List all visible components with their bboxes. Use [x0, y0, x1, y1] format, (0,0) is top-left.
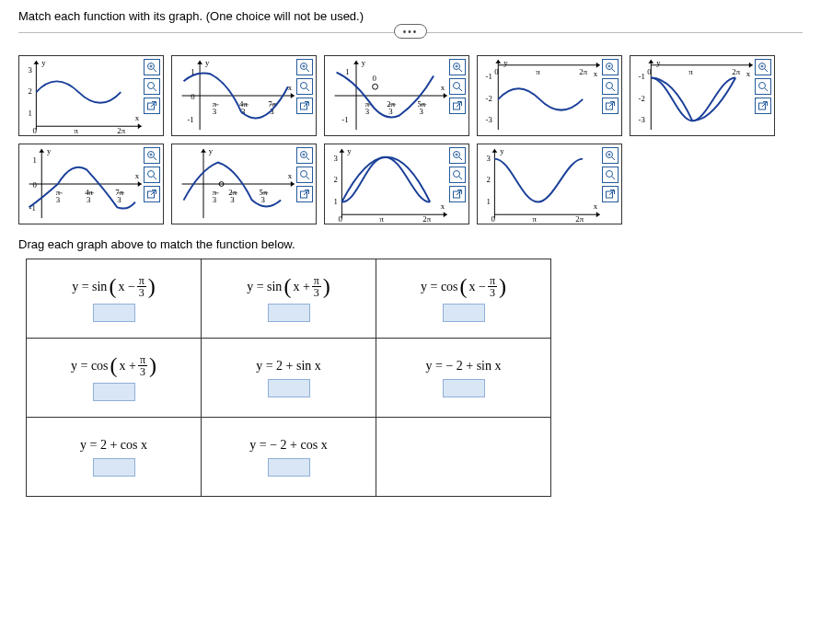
dropzone[interactable] — [93, 458, 135, 477]
svg-text:x: x — [746, 69, 751, 78]
zoom-reset-icon[interactable] — [296, 78, 313, 95]
svg-text:y: y — [362, 58, 366, 67]
svg-marker-154 — [339, 149, 344, 153]
svg-line-144 — [306, 157, 310, 161]
svg-text:1: 1 — [334, 197, 338, 206]
svg-text:1: 1 — [29, 109, 32, 118]
open-external-icon[interactable] — [602, 98, 619, 114]
zoom-reset-icon[interactable] — [755, 78, 771, 95]
svg-text:0: 0 — [32, 126, 37, 135]
open-external-icon[interactable] — [296, 186, 313, 202]
svg-text:2π: 2π — [117, 126, 125, 135]
open-external-icon[interactable] — [449, 186, 466, 202]
svg-marker-133 — [201, 149, 206, 153]
zoom-in-icon[interactable] — [296, 59, 313, 75]
open-external-icon[interactable] — [296, 98, 313, 114]
open-external-icon[interactable] — [144, 186, 160, 202]
graph-tile-3[interactable]: 1-1 π3 2π3 5π3 xy 0 — [324, 55, 469, 136]
zoom-reset-icon[interactable] — [144, 167, 160, 183]
collapse-pill[interactable]: ••• — [394, 24, 427, 39]
svg-text:y: y — [41, 58, 46, 67]
svg-text:x: x — [135, 113, 140, 122]
graph-tile-9[interactable]: 321 0π2π xy — [477, 144, 622, 224]
graph-tile-1[interactable]: 321 0π2π xy — [18, 55, 164, 136]
svg-text:x: x — [594, 201, 598, 211]
graph-row-2: 10-1 π3 4π3 7π3 xy π3 2π3 5π3 xy — [18, 144, 803, 224]
svg-text:-1: -1 — [187, 115, 193, 124]
svg-marker-90 — [648, 60, 653, 63]
open-external-icon[interactable] — [144, 98, 160, 114]
zoom-in-icon[interactable] — [449, 147, 466, 164]
dropzone[interactable] — [93, 304, 135, 322]
zoom-reset-icon[interactable] — [602, 78, 619, 95]
dropzone[interactable] — [268, 304, 310, 322]
svg-text:2π3: 2π3 — [228, 188, 237, 204]
graph-tile-8[interactable]: 321 0π2π xy — [324, 144, 469, 224]
svg-point-147 — [301, 171, 307, 178]
equation-label: y = − 2 + cos x — [249, 438, 327, 453]
graph-tile-6[interactable]: 10-1 π3 4π3 7π3 xy — [18, 144, 164, 224]
zoom-in-icon[interactable] — [144, 147, 160, 164]
zoom-reset-icon[interactable] — [449, 167, 466, 183]
zoom-in-icon[interactable] — [755, 59, 771, 75]
svg-text:-3: -3 — [639, 115, 646, 124]
svg-point-57 — [373, 84, 378, 89]
graph-tile-7[interactable]: π3 2π3 5π3 xy — [171, 144, 317, 224]
graph-tile-4[interactable]: -1-2-3 0π2π xy — [477, 55, 622, 136]
target-cell: y = 2 + cos x — [27, 418, 202, 497]
svg-text:x: x — [594, 69, 598, 78]
open-external-icon[interactable] — [602, 186, 619, 202]
svg-text:2: 2 — [487, 175, 491, 184]
target-cell: y = − 2 + cos x — [202, 418, 376, 497]
svg-line-100 — [765, 69, 769, 73]
svg-line-188 — [612, 177, 616, 180]
question-prompt: Match each function with its graph. (One… — [18, 9, 803, 23]
svg-text:x: x — [288, 171, 293, 180]
svg-text:π: π — [536, 67, 540, 76]
svg-text:π3: π3 — [56, 188, 61, 204]
svg-text:0: 0 — [647, 67, 652, 76]
svg-text:y: y — [656, 58, 661, 67]
target-cell: y = sin (x − π3) — [27, 259, 202, 339]
svg-marker-110 — [39, 149, 44, 153]
dropzone[interactable] — [443, 304, 485, 322]
svg-text:0: 0 — [338, 214, 342, 224]
svg-line-164 — [459, 157, 463, 161]
svg-text:0: 0 — [191, 92, 195, 101]
equation-label: y = sin (x − π3) — [72, 275, 156, 298]
svg-text:0: 0 — [32, 180, 37, 190]
svg-point-83 — [607, 83, 613, 89]
svg-text:x: x — [441, 201, 445, 211]
dropzone[interactable] — [93, 383, 135, 401]
dropzone[interactable] — [268, 458, 310, 477]
zoom-in-icon[interactable] — [296, 147, 313, 164]
svg-line-60 — [459, 69, 463, 73]
svg-text:x: x — [288, 83, 293, 92]
dropzone[interactable] — [443, 379, 485, 397]
graph-tile-5[interactable]: -1-2-3 0π2π xy — [630, 55, 775, 136]
zoom-in-icon[interactable] — [144, 59, 160, 75]
equation-label: y = cos (x − π3) — [421, 275, 506, 298]
svg-text:-2: -2 — [486, 94, 492, 103]
target-cell: y = cos (x + π3) — [27, 339, 202, 418]
svg-text:0: 0 — [494, 67, 499, 76]
svg-line-84 — [612, 88, 616, 92]
svg-text:1: 1 — [487, 197, 491, 206]
zoom-in-icon[interactable] — [602, 59, 619, 75]
svg-point-187 — [607, 171, 613, 178]
zoom-in-icon[interactable] — [602, 147, 619, 164]
graph-tile-2[interactable]: 10-1 π3 4π3 7π3 xy — [171, 55, 317, 136]
svg-text:3: 3 — [334, 154, 339, 163]
open-external-icon[interactable] — [449, 98, 466, 114]
svg-line-184 — [612, 157, 616, 161]
zoom-in-icon[interactable] — [449, 59, 466, 75]
svg-text:π: π — [532, 214, 537, 224]
svg-text:y: y — [347, 146, 352, 155]
svg-text:5π3: 5π3 — [417, 99, 425, 116]
dropzone[interactable] — [268, 379, 310, 397]
zoom-reset-icon[interactable] — [602, 167, 619, 183]
open-external-icon[interactable] — [755, 98, 771, 114]
zoom-reset-icon[interactable] — [449, 78, 466, 95]
zoom-reset-icon[interactable] — [144, 78, 160, 95]
zoom-reset-icon[interactable] — [296, 167, 313, 183]
